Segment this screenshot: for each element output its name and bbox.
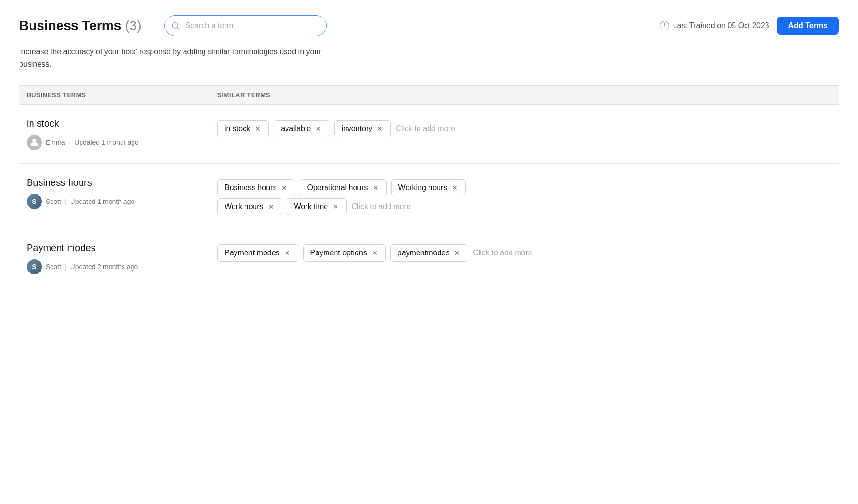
- term-tags: in stock ✕ available ✕ inventory ✕ Click…: [217, 118, 831, 137]
- term-name: Business hours: [27, 177, 217, 188]
- term-left-2: Payment modes S Scott | Updated 2 months…: [27, 242, 217, 274]
- table-row: in stock Emma | Updated 1 month ago in s…: [19, 105, 839, 164]
- tag-label: Operational hours: [307, 183, 368, 192]
- term-user: Scott: [46, 263, 61, 271]
- term-right-wrapper-1: Business hours ✕ Operational hours ✕ Wor…: [217, 177, 831, 215]
- term-name: in stock: [27, 118, 217, 129]
- add-terms-button[interactable]: Add Terms: [777, 17, 839, 35]
- terms-count: (3): [125, 18, 141, 33]
- terms-rows: in stock Emma | Updated 1 month ago in s…: [19, 105, 839, 288]
- svg-point-2: [32, 139, 36, 142]
- tag-remove-button[interactable]: ✕: [267, 203, 275, 211]
- term-right-wrapper-2: Payment modes ✕ Payment options ✕ paymen…: [217, 242, 831, 262]
- tag-remove-button[interactable]: ✕: [332, 203, 339, 211]
- trained-info: i Last Trained on 05 Oct 2023: [660, 21, 769, 30]
- term-left-0: in stock Emma | Updated 1 month ago: [27, 118, 217, 150]
- tag-label: Payment options: [310, 249, 367, 257]
- meta-separator: |: [69, 139, 71, 146]
- tag: Working hours ✕: [391, 179, 466, 196]
- term-name: Payment modes: [27, 242, 217, 253]
- click-to-add[interactable]: Click to add more: [351, 199, 411, 215]
- tag-label: Business hours: [225, 183, 276, 192]
- page-title: Business Terms: [19, 18, 121, 33]
- tag-remove-button[interactable]: ✕: [280, 184, 288, 192]
- tag-remove-button[interactable]: ✕: [453, 249, 461, 257]
- page-header: Business Terms (3) i Last Trained on 05 …: [19, 15, 839, 36]
- term-left-1: Business hours S Scott | Updated 1 month…: [27, 177, 217, 209]
- tag: Operational hours ✕: [300, 179, 386, 196]
- info-icon: i: [660, 21, 669, 30]
- tag: Business hours ✕: [217, 179, 295, 196]
- tag-remove-button[interactable]: ✕: [315, 125, 322, 132]
- term-user: Emma: [46, 139, 65, 146]
- tag-remove-button[interactable]: ✕: [371, 249, 378, 257]
- tag-label: available: [281, 124, 311, 133]
- subtitle-text: Increase the accuracy of your bots' resp…: [19, 46, 353, 70]
- avatar: S: [27, 194, 42, 209]
- term-updated: Updated 2 months ago: [71, 263, 138, 271]
- tag: Payment options ✕: [303, 244, 386, 262]
- term-tags-row2: Work hours ✕ Work time ✕ Click to add mo…: [217, 196, 831, 215]
- avatar: [27, 135, 42, 150]
- term-tags: Payment modes ✕ Payment options ✕ paymen…: [217, 242, 831, 262]
- header-divider: [153, 18, 153, 33]
- tag-remove-button[interactable]: ✕: [284, 249, 291, 257]
- search-wrapper: [164, 15, 327, 36]
- title-section: Business Terms (3): [19, 18, 141, 33]
- term-updated: Updated 1 month ago: [71, 198, 135, 205]
- trained-label: Last Trained on 05 Oct 2023: [673, 21, 769, 30]
- click-to-add[interactable]: Click to add more: [473, 245, 532, 261]
- tag-label: paymentmodes: [398, 249, 449, 257]
- tag: Work time ✕: [287, 198, 347, 215]
- tag: inventory ✕: [334, 120, 391, 137]
- term-meta: Emma | Updated 1 month ago: [27, 135, 217, 150]
- table-row: Business hours S Scott | Updated 1 month…: [19, 164, 839, 229]
- tag-label: Payment modes: [225, 249, 280, 257]
- term-tags: Business hours ✕ Operational hours ✕ Wor…: [217, 177, 831, 196]
- tag: Work hours ✕: [217, 198, 282, 215]
- meta-separator: |: [65, 198, 67, 205]
- tag-label: Working hours: [398, 183, 448, 192]
- col-header-similar: SIMILAR TERMS: [217, 91, 831, 99]
- tag: available ✕: [274, 120, 329, 137]
- tag: in stock ✕: [217, 120, 269, 137]
- tag: paymentmodes ✕: [390, 244, 468, 262]
- tag: Payment modes ✕: [217, 244, 298, 262]
- col-header-business: BUSINESS TERMS: [27, 91, 217, 99]
- table-header: BUSINESS TERMS SIMILAR TERMS: [19, 85, 839, 105]
- term-meta: S Scott | Updated 2 months ago: [27, 259, 217, 274]
- search-input[interactable]: [164, 15, 327, 36]
- term-meta: S Scott | Updated 1 month ago: [27, 194, 217, 209]
- tag-label: Work time: [294, 202, 328, 211]
- term-right-wrapper-0: in stock ✕ available ✕ inventory ✕ Click…: [217, 118, 831, 137]
- tag-label: in stock: [225, 124, 250, 133]
- table-row: Payment modes S Scott | Updated 2 months…: [19, 229, 839, 288]
- avatar: S: [27, 259, 42, 274]
- meta-separator: |: [65, 263, 67, 271]
- tag-remove-button[interactable]: ✕: [376, 125, 384, 132]
- tag-remove-button[interactable]: ✕: [451, 184, 459, 192]
- term-updated: Updated 1 month ago: [74, 139, 139, 146]
- tag-remove-button[interactable]: ✕: [254, 125, 262, 132]
- tag-remove-button[interactable]: ✕: [372, 184, 379, 192]
- click-to-add[interactable]: Click to add more: [396, 121, 455, 137]
- term-user: Scott: [46, 198, 61, 205]
- tag-label: Work hours: [225, 202, 264, 211]
- tag-label: inventory: [341, 124, 372, 133]
